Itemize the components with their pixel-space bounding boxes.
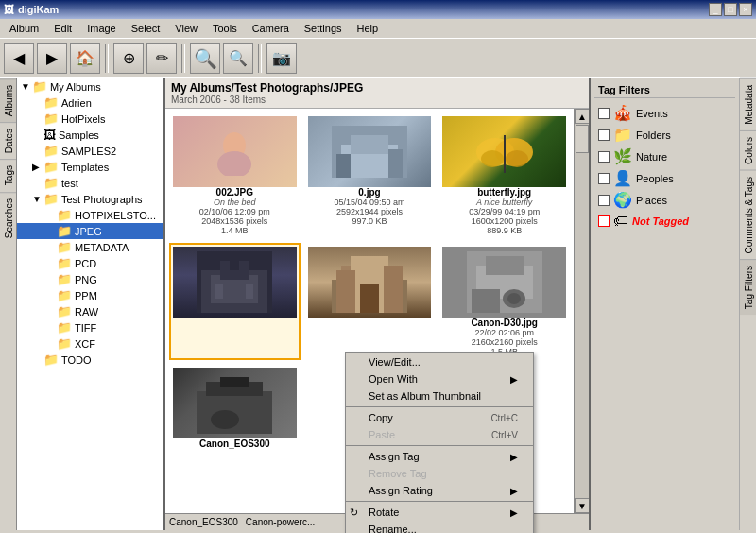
tab-metadata[interactable]: Metadata xyxy=(740,78,756,130)
tag-filter-events[interactable]: 🎪 Events xyxy=(594,102,735,124)
ctx-assign-rating[interactable]: Assign Rating ▶ xyxy=(346,482,533,499)
ctx-set-thumbnail[interactable]: Set as Album Thumbnail xyxy=(346,387,533,404)
photo-item-0jpg[interactable]: 0.jpg 05/15/04 09:50 am 2592x1944 pixels… xyxy=(304,112,436,239)
tree-label: JPEG xyxy=(75,226,102,237)
menu-image[interactable]: Image xyxy=(81,21,122,36)
tree-item-templates[interactable]: ▶ 📁 Templates xyxy=(17,159,163,175)
tag-filter-folders[interactable]: 📁 Folders xyxy=(594,124,735,146)
zoom-out-button[interactable]: 🔍 xyxy=(223,43,253,74)
tree-item-tiff[interactable]: 📁 TIFF xyxy=(17,319,163,335)
menu-edit[interactable]: Edit xyxy=(48,21,77,36)
ctx-remove-tag[interactable]: Remove Tag xyxy=(346,465,533,482)
ctx-rename[interactable]: Rename... xyxy=(346,521,533,533)
vscroll-down[interactable]: ▼ xyxy=(575,498,589,513)
tree-item-hotpixels[interactable]: 📁 HotPixels xyxy=(17,111,163,127)
photo-info: 002.JPG On the bed 02/10/06 12:09 pm 204… xyxy=(173,187,297,235)
photo-name: Canon-D30.jpg xyxy=(442,318,566,328)
home-button[interactable]: 🏠 xyxy=(70,43,100,74)
tree-item-pcd[interactable]: 📁 PCD xyxy=(17,255,163,271)
events-checkbox[interactable] xyxy=(598,108,610,119)
ctx-assign-tag[interactable]: Assign Tag ▶ xyxy=(346,448,533,465)
new-album-button[interactable]: ⊕ xyxy=(113,43,144,74)
menu-camera[interactable]: Camera xyxy=(247,21,295,36)
titlebar-controls[interactable]: _ □ × xyxy=(709,3,752,16)
edit-button[interactable]: ✏ xyxy=(146,43,177,74)
tree-label: Templates xyxy=(61,162,109,173)
photo-thumb xyxy=(442,247,566,318)
tree-item-ppm[interactable]: 📁 PPM xyxy=(17,287,163,303)
nottagged-checkbox[interactable] xyxy=(598,215,610,227)
nature-checkbox[interactable] xyxy=(598,151,610,163)
tab-searches[interactable]: Searches xyxy=(0,192,16,244)
svg-rect-34 xyxy=(220,377,249,387)
ctx-label: Set as Album Thumbnail xyxy=(369,390,481,402)
zoom-in-button[interactable]: 🔍 xyxy=(190,43,220,74)
sidebar-tabs: Albums Dates Tags Searches xyxy=(0,78,17,530)
tree-item-metadata[interactable]: 📁 METADATA xyxy=(17,239,163,255)
forward-button[interactable]: ▶ xyxy=(37,43,67,74)
tree-item-jpeg[interactable]: 📁 JPEG xyxy=(17,223,163,239)
ctx-view-edit[interactable]: View/Edit... xyxy=(346,353,533,370)
tag-filter-peoples[interactable]: 👤 Peoples xyxy=(594,167,735,189)
tab-comments-tags[interactable]: Comments & Tags xyxy=(740,170,756,260)
titlebar: 🖼 digiKam _ □ × xyxy=(0,0,756,19)
tree-item-todo[interactable]: 📁 TODO xyxy=(17,352,163,368)
tree-item-hotpixelsto[interactable]: 📁 HOTPIXELSTO... xyxy=(17,207,163,223)
places-checkbox[interactable] xyxy=(598,195,610,206)
photo-caption: On the bed xyxy=(173,198,297,207)
vscroll-up[interactable]: ▲ xyxy=(575,109,589,124)
minimize-button[interactable]: _ xyxy=(709,3,722,16)
photo-size: 2048x1536 pixels xyxy=(173,216,297,226)
ctx-paste[interactable]: Paste Ctrl+V xyxy=(346,426,533,443)
tree-item-raw[interactable]: 📁 RAW xyxy=(17,303,163,319)
maximize-button[interactable]: □ xyxy=(724,3,737,16)
toolbar-sep3 xyxy=(258,44,262,73)
folders-checkbox[interactable] xyxy=(598,129,610,141)
photo-item-castle[interactable] xyxy=(304,243,436,360)
tree-label: Adrien xyxy=(61,97,92,109)
folder-icon: 📁 xyxy=(57,272,72,286)
photo-item-002jpg[interactable]: 002.JPG On the bed 02/10/06 12:09 pm 204… xyxy=(169,112,301,239)
photo-grid-vscroll[interactable]: ▲ ▼ xyxy=(574,109,589,513)
ctx-rotate[interactable]: ↻ Rotate ▶ xyxy=(346,504,533,521)
svg-rect-28 xyxy=(472,289,500,313)
back-button[interactable]: ◀ xyxy=(4,43,34,74)
photo-item-selected[interactable] xyxy=(169,243,301,360)
photo-item-canoneos[interactable]: Canon_EOS300 xyxy=(169,364,301,453)
photo-name: 002.JPG xyxy=(173,187,297,198)
tree-item-samples2[interactable]: 📁 SAMPLES2 xyxy=(17,143,163,159)
tree-item-samples[interactable]: 🖼 Samples xyxy=(17,127,163,143)
tab-colors[interactable]: Colors xyxy=(740,130,756,170)
menu-help[interactable]: Help xyxy=(352,21,385,36)
folder-icon: 📁 xyxy=(43,112,59,126)
tag-filter-nottagged[interactable]: 🏷 Not Tagged xyxy=(594,211,735,232)
menu-select[interactable]: Select xyxy=(126,21,166,36)
tree-item-myalbums[interactable]: ▼ 📁 My Albums xyxy=(17,78,163,95)
peoples-checkbox[interactable] xyxy=(598,173,610,184)
menu-tools[interactable]: Tools xyxy=(207,21,243,36)
toolbar-sep2 xyxy=(181,44,185,73)
tab-tags[interactable]: Tags xyxy=(0,159,16,191)
tree-item-xcf[interactable]: 📁 XCF xyxy=(17,335,163,352)
camera-button[interactable]: 📷 xyxy=(266,43,297,74)
menu-album[interactable]: Album xyxy=(4,21,44,36)
tag-filter-nature[interactable]: 🌿 Nature xyxy=(594,146,735,167)
tree-item-testphotos[interactable]: ▼ 📁 Test Photographs xyxy=(17,191,163,207)
photo-item-butterfly[interactable]: butterfly.jpg A nice butterfly 03/29/99 … xyxy=(438,112,570,239)
ctx-copy[interactable]: Copy Ctrl+C xyxy=(346,409,533,426)
photo-info: 0.jpg 05/15/04 09:50 am 2592x1944 pixels… xyxy=(308,187,432,226)
tab-dates[interactable]: Dates xyxy=(0,122,16,159)
ctx-shortcut: Ctrl+C xyxy=(490,413,518,423)
tree-item-test[interactable]: 📁 test xyxy=(17,175,163,191)
tab-tag-filters[interactable]: Tag Filters xyxy=(740,259,756,315)
ctx-open-with[interactable]: Open With ▶ xyxy=(346,370,533,387)
tag-filter-places[interactable]: 🌍 Places xyxy=(594,189,735,211)
tree-item-png[interactable]: 📁 PNG xyxy=(17,271,163,287)
photo-item-canond30[interactable]: Canon-D30.jpg 22/02 02:06 pm 2160x2160 p… xyxy=(438,243,570,360)
tab-albums[interactable]: Albums xyxy=(0,78,16,122)
tree-item-adrien[interactable]: 📁 Adrien xyxy=(17,95,163,111)
close-button[interactable]: × xyxy=(739,3,752,16)
menu-view[interactable]: View xyxy=(169,21,203,36)
menu-settings[interactable]: Settings xyxy=(299,21,348,36)
vscroll-thumb[interactable] xyxy=(576,125,589,153)
